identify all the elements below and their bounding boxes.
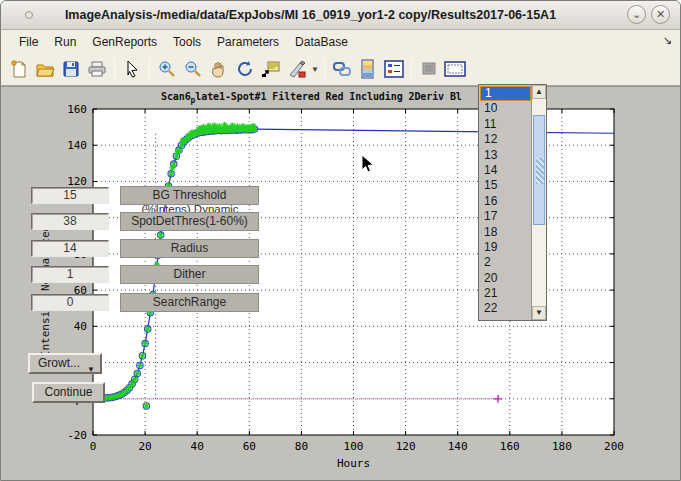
brush-dropdown-icon[interactable]: ▼ [310, 57, 320, 81]
zoom-out-icon[interactable] [180, 57, 206, 81]
param-input-bg-threshold[interactable]: 15 [31, 187, 109, 204]
scrollbar-thumb[interactable] [533, 115, 545, 225]
open-file-icon[interactable] [32, 57, 58, 81]
spot-list-item-21[interactable]: 21 [480, 286, 531, 301]
minimize-button[interactable]: ⌄ [627, 5, 646, 24]
spot-list-item-17[interactable]: 17 [480, 209, 531, 224]
print-figure-icon[interactable] [84, 57, 110, 81]
insert-colorbar-icon[interactable] [355, 57, 381, 81]
menu-items: FileRunGenReportsToolsParametersDataBase [11, 32, 356, 52]
spot-list-item-18[interactable]: 18 [480, 225, 531, 240]
svg-text:160: 160 [67, 103, 87, 116]
data-cursor-icon[interactable] [258, 57, 284, 81]
rotate-3d-icon[interactable] [232, 57, 258, 81]
param-button-bg-threshold[interactable]: BG Threshold [120, 186, 259, 205]
spot-list-item-20[interactable]: 20 [480, 271, 531, 286]
scrollbar-grip [536, 158, 544, 184]
title-bar[interactable]: ImageAnalysis-/media/data/ExpJobs/MI 16_… [1, 1, 680, 30]
param-button-spotdetthres-1-60-[interactable]: SpotDetThres(1-60%) [120, 212, 259, 231]
svg-text:Hours: Hours [337, 457, 370, 470]
param-button-dither[interactable]: Dither [120, 265, 259, 284]
menu-item-tools[interactable]: Tools [165, 32, 209, 52]
toolbar-separator [324, 58, 325, 80]
spot-list-item-23[interactable]: 23 [480, 317, 531, 319]
svg-text:0: 0 [90, 440, 97, 453]
toolbar: ▼ [1, 53, 680, 86]
toolbar-separator [114, 58, 115, 80]
scroll-up-icon[interactable]: ▲ [532, 85, 546, 99]
param-input-radius[interactable]: 14 [31, 240, 109, 257]
spot-list-item-13[interactable]: 13 [480, 148, 531, 163]
svg-text:100: 100 [344, 440, 364, 453]
svg-text:200: 200 [604, 440, 624, 453]
spot-list-item-11[interactable]: 11 [480, 117, 531, 132]
svg-text:40: 40 [74, 320, 87, 333]
spot-list-item-14[interactable]: 14 [480, 163, 531, 178]
svg-text:160: 160 [500, 440, 520, 453]
svg-text:60: 60 [243, 440, 256, 453]
spot-list-item-12[interactable]: 12 [480, 132, 531, 147]
plot-title: Scan6plate1-Spot#1 Filtered Red Includin… [161, 91, 462, 105]
close-button[interactable]: ✕ [651, 5, 670, 24]
menu-bar: FileRunGenReportsToolsParametersDataBase… [1, 30, 680, 53]
spot-list-item-2[interactable]: 2 [480, 255, 531, 270]
menu-item-database[interactable]: DataBase [287, 32, 356, 52]
zoom-in-icon[interactable] [154, 57, 180, 81]
toolbar-separator [149, 58, 150, 80]
menu-item-genreports[interactable]: GenReports [84, 32, 165, 52]
spot-list-item-16[interactable]: 16 [480, 194, 531, 209]
hide-plot-tools-icon[interactable] [416, 57, 442, 81]
spot-list-item-19[interactable]: 19 [480, 240, 531, 255]
chevron-down-icon: ▼ [87, 361, 95, 378]
brush-icon[interactable] [284, 57, 310, 81]
spot-list-item-10[interactable]: 10 [480, 101, 531, 116]
show-plot-tools-icon[interactable] [442, 57, 468, 81]
link-plot-icon[interactable] [329, 57, 355, 81]
spot-list-scrollbar[interactable]: ▲ ▼ [531, 85, 546, 320]
spot-list-item-15[interactable]: 15 [480, 178, 531, 193]
menu-item-file[interactable]: File [11, 32, 46, 52]
toolbar-separator [411, 58, 412, 80]
growth-plot[interactable]: 020406080100120140160180200-200204060801… [1, 87, 681, 481]
mouse-cursor-icon [361, 154, 375, 174]
svg-text:140: 140 [67, 139, 87, 152]
menu-item-run[interactable]: Run [46, 32, 84, 52]
svg-text:140: 140 [448, 440, 468, 453]
save-figure-icon[interactable] [58, 57, 84, 81]
edit-plot-cursor-icon[interactable] [119, 57, 145, 81]
insert-legend-icon[interactable] [381, 57, 407, 81]
svg-text:20: 20 [138, 440, 151, 453]
param-input-spotdetthres-1-60-[interactable]: 38 [31, 213, 109, 230]
pan-hand-icon[interactable] [206, 57, 232, 81]
param-button-searchrange[interactable]: SearchRange [120, 293, 259, 312]
menu-item-parameters[interactable]: Parameters [209, 32, 287, 52]
app-window: ImageAnalysis-/media/data/ExpJobs/MI 16_… [0, 0, 681, 481]
new-figure-icon[interactable] [6, 57, 32, 81]
spot-list-items: 110111213141516171819220212223 [480, 86, 531, 319]
param-button-radius[interactable]: Radius [120, 239, 259, 258]
svg-text:180: 180 [552, 440, 572, 453]
param-input-dither[interactable]: 1 [31, 266, 109, 283]
svg-text:-20: -20 [67, 429, 87, 442]
window-title: ImageAnalysis-/media/data/ExpJobs/MI 16_… [1, 8, 620, 22]
growth-menu-button[interactable]: Growt... ▼ [28, 353, 102, 374]
svg-text:40: 40 [191, 440, 204, 453]
continue-button[interactable]: Continue [32, 382, 105, 403]
svg-text:120: 120 [396, 440, 416, 453]
scroll-down-icon[interactable]: ▼ [532, 306, 546, 320]
menu-overflow-arrow-icon[interactable]: ↘ [663, 34, 672, 47]
param-input-searchrange[interactable]: 0 [31, 294, 109, 311]
svg-text:80: 80 [295, 440, 308, 453]
figure-canvas: 020406080100120140160180200-200204060801… [1, 86, 681, 481]
spot-list-item-1[interactable]: 1 [480, 86, 531, 101]
spot-number-list: 110111213141516171819220212223 ▲ ▼ [478, 84, 547, 321]
spot-list-item-22[interactable]: 22 [480, 301, 531, 316]
